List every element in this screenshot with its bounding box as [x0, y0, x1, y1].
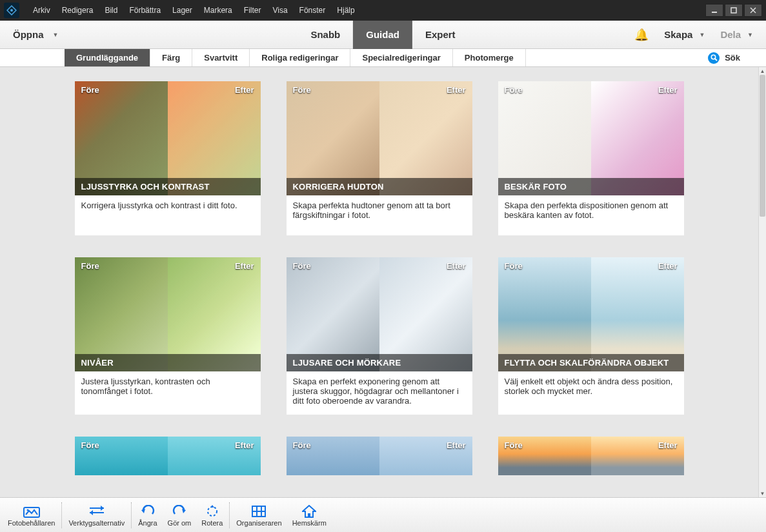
photobin-button[interactable]: Fotobehållaren [3, 500, 60, 531]
after-label: Efter [658, 85, 678, 95]
after-label: Efter [447, 440, 466, 450]
before-label: Före [293, 85, 311, 95]
card-description: Skapa perfekta hudtoner genom att ta bor… [287, 195, 472, 235]
card-title: BESKÄR FOTO [498, 178, 684, 195]
scroll-down-arrow[interactable]: ▼ [759, 489, 766, 497]
card-title: FLYTTA OCH SKALFÖRÄNDRA OBJEKT [498, 354, 684, 371]
svg-marker-15 [182, 509, 186, 513]
chevron-down-icon: ▼ [747, 32, 753, 38]
minimize-button[interactable] [705, 4, 723, 17]
menu-bild[interactable]: Bild [99, 6, 123, 15]
before-label: Före [293, 261, 311, 271]
menu-hjalp[interactable]: Hjälp [331, 6, 360, 15]
mode-tabs: Snabb Guidad Expert [297, 21, 468, 49]
card-skintone[interactable]: Före Efter KORRIGERA HUDTON Skapa perfek… [287, 81, 472, 235]
share-button[interactable]: Dela ▼ [720, 29, 753, 40]
tab-guided[interactable]: Guidad [353, 21, 412, 49]
card-thumbnail: Före Efter LJUSARE OCH MÖRKARE [287, 257, 472, 371]
before-label: Före [81, 440, 99, 450]
rotate-label: Rotera [201, 519, 223, 527]
tab-expert[interactable]: Expert [412, 21, 469, 49]
create-button[interactable]: Skapa ▼ [664, 29, 705, 40]
menu-lager[interactable]: Lager [166, 6, 198, 15]
redo-button[interactable]: Gör om [163, 500, 197, 531]
organizer-button[interactable]: Organiseraren [231, 500, 287, 531]
organizer-icon [252, 504, 266, 519]
menu-arkiv[interactable]: Arkiv [27, 6, 56, 15]
separator [61, 502, 62, 528]
category-tabs: Grundläggande Färg Svartvitt Roliga redi… [0, 49, 766, 67]
before-label: Före [293, 440, 311, 450]
home-button[interactable]: Hemskärm [287, 500, 332, 531]
svg-point-9 [26, 509, 28, 511]
search-button[interactable]: Sök [696, 49, 766, 66]
toolopts-button[interactable]: Verktygsalternativ [63, 500, 130, 531]
notifications-icon[interactable]: 🔔 [634, 28, 649, 42]
svg-point-16 [208, 507, 217, 516]
vertical-scrollbar[interactable]: ▲ ▼ [758, 67, 766, 497]
card-levels[interactable]: Före Efter NIVÅER Justera ljusstyrkan, k… [75, 257, 261, 415]
svg-point-6 [711, 55, 715, 59]
menu-redigera[interactable]: Redigera [56, 6, 99, 15]
svg-line-7 [715, 59, 717, 61]
card-partial[interactable]: Före Efter [498, 437, 684, 475]
subtab-photomerge[interactable]: Photomerge [453, 49, 526, 66]
maximize-button[interactable] [725, 4, 743, 17]
menu-markera[interactable]: Markera [198, 6, 238, 15]
card-description: Skapa en perfekt exponering genom att ju… [287, 371, 472, 415]
card-thumbnail: Före Efter NIVÅER [75, 257, 261, 371]
redo-icon [172, 504, 186, 519]
subtab-color[interactable]: Färg [150, 49, 192, 66]
share-label: Dela [720, 29, 741, 40]
subtab-fun[interactable]: Roliga redigeringar [250, 49, 350, 66]
card-thumbnail: Före Efter FLYTTA OCH SKALFÖRÄNDRA OBJEK… [498, 257, 684, 371]
redo-label: Gör om [168, 519, 192, 527]
card-thumbnail: Före Efter [75, 437, 261, 475]
scrollbar-thumb[interactable] [760, 75, 765, 217]
subtab-bw[interactable]: Svartvitt [192, 49, 250, 66]
subtab-special[interactable]: Specialredigeringar [350, 49, 452, 66]
tab-quick[interactable]: Snabb [297, 21, 353, 49]
open-button[interactable]: Öppna ▼ [13, 29, 58, 40]
guided-edits-grid: Före Efter LJUSSTYRKA OCH KONTRAST Korri… [0, 67, 758, 497]
before-label: Före [505, 85, 523, 95]
after-label: Efter [658, 440, 678, 450]
before-label: Före [81, 261, 99, 271]
before-label: Före [505, 261, 523, 271]
bottom-toolbar: Fotobehållaren Verktygsalternativ Ångra … [0, 497, 766, 532]
scroll-up-arrow[interactable]: ▲ [759, 67, 766, 75]
rotate-button[interactable]: Rotera [196, 500, 228, 531]
app-logo [4, 3, 19, 18]
after-label: Efter [235, 440, 254, 450]
card-lighten-darken[interactable]: Före Efter LJUSARE OCH MÖRKARE Skapa en … [287, 257, 472, 415]
menu-visa[interactable]: Visa [267, 6, 293, 15]
before-label: Före [505, 440, 523, 450]
search-icon [708, 52, 720, 64]
card-thumbnail: Före Efter LJUSSTYRKA OCH KONTRAST [75, 81, 261, 195]
undo-button[interactable]: Ångra [133, 500, 162, 531]
photobin-label: Fotobehållaren [8, 519, 55, 527]
home-icon [302, 504, 316, 519]
card-crop[interactable]: Före Efter BESKÄR FOTO Skapa den perfekt… [498, 81, 684, 235]
after-label: Efter [235, 261, 254, 271]
card-title: LJUSARE OCH MÖRKARE [287, 354, 472, 371]
card-brightness-contrast[interactable]: Före Efter LJUSSTYRKA OCH KONTRAST Korri… [75, 81, 261, 235]
menu-forbattra[interactable]: Förbättra [123, 6, 166, 15]
card-partial[interactable]: Före Efter [287, 437, 472, 475]
separator [131, 502, 132, 528]
search-label: Sök [725, 53, 740, 63]
menu-filter[interactable]: Filter [238, 6, 267, 15]
card-description: Korrigera ljusstyrka och kontrast i ditt… [75, 195, 261, 235]
card-description: Välj enkelt ett objekt och ändra dess po… [498, 371, 684, 411]
card-move-scale[interactable]: Före Efter FLYTTA OCH SKALFÖRÄNDRA OBJEK… [498, 257, 684, 415]
menu-fonster[interactable]: Fönster [294, 6, 332, 15]
rotate-icon [205, 504, 219, 519]
after-label: Efter [658, 261, 678, 271]
card-title: LJUSSTYRKA OCH KONTRAST [75, 178, 261, 195]
close-button[interactable] [744, 4, 762, 17]
subtab-basics[interactable]: Grundläggande [65, 49, 150, 66]
svg-marker-13 [90, 510, 93, 515]
main-toolbar: Öppna ▼ Snabb Guidad Expert 🔔 Skapa ▼ De… [0, 21, 766, 49]
after-label: Efter [447, 261, 466, 271]
card-partial[interactable]: Före Efter [75, 437, 261, 475]
